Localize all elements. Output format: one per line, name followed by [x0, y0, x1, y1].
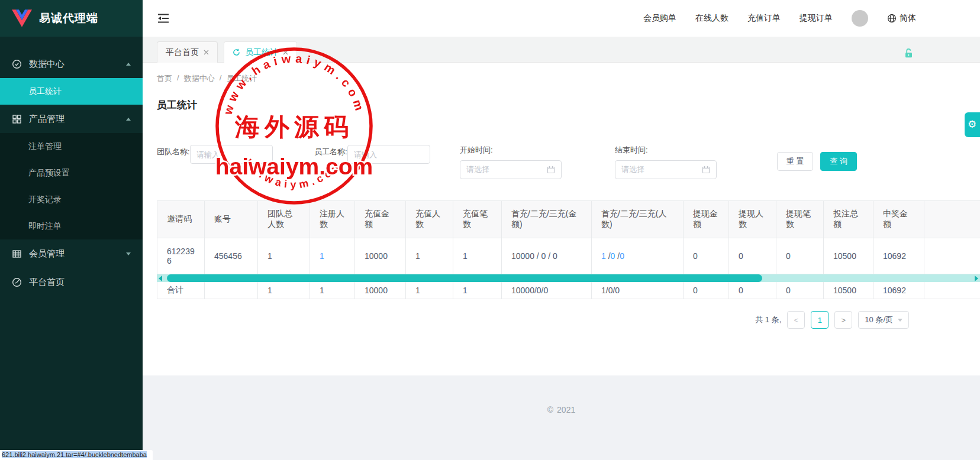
- status-bar-text: 621.bili2.haiwaiym.21.tar=#4/.bucklebned…: [2, 451, 147, 458]
- horizontal-scrollbar[interactable]: [157, 274, 980, 282]
- breadcrumb-data-center[interactable]: 数据中心: [184, 73, 215, 84]
- end-time-placeholder: 请选择: [621, 164, 644, 175]
- employee-stats-table: 邀请码账号团队总人数注册人数充值金额充值人数充值笔数首充/二充/三充(金额)首充…: [157, 200, 980, 299]
- filler-cell: [924, 238, 980, 274]
- language-label: 简体: [900, 13, 916, 24]
- tab-platform-home[interactable]: 平台首页: [157, 41, 218, 63]
- chevron-up-icon: [126, 63, 131, 66]
- filler-cell: [924, 282, 980, 299]
- table-cell: 10000/0/0: [502, 282, 592, 299]
- table-cell: 10692: [873, 238, 924, 274]
- table-cell: 1: [453, 238, 502, 274]
- column-header: 账号: [205, 201, 258, 238]
- table-cell: 10000: [355, 282, 406, 299]
- submenu-data-center: 员工统计: [0, 78, 143, 105]
- table-cell: 10000 / 0 / 0: [502, 238, 592, 274]
- page-size-value: 10 条/页: [865, 315, 893, 325]
- column-header: 充值笔数: [453, 201, 502, 238]
- avatar[interactable]: [852, 10, 868, 27]
- submenu-product-management: 注单管理 产品预设置 开奖记录 即时注单: [0, 133, 143, 239]
- employee-name-group: 员工名称:: [314, 145, 430, 164]
- table-cell: 1: [310, 282, 355, 299]
- copyright-icon: ©: [547, 405, 553, 414]
- prev-page-button[interactable]: <: [787, 311, 805, 329]
- next-page-button[interactable]: >: [834, 311, 852, 329]
- breadcrumb-home[interactable]: 首页: [157, 73, 172, 84]
- app-logo-icon: [12, 9, 32, 27]
- sidebar-item-employee-stats[interactable]: 员工统计: [0, 78, 143, 105]
- chevron-up-icon: [126, 118, 131, 121]
- reset-button[interactable]: 重 置: [777, 152, 814, 171]
- table-cell: 456456: [205, 238, 258, 274]
- table-cell: 1: [310, 238, 355, 274]
- start-time-label: 开始时间:: [460, 145, 562, 156]
- sidebar-item-label: 产品管理: [29, 114, 65, 125]
- sidebar-item-bet-orders[interactable]: 注单管理: [0, 133, 143, 160]
- chevron-down-icon: [898, 319, 902, 322]
- search-button[interactable]: 查 询: [820, 152, 857, 171]
- sidebar-item-data-center[interactable]: 数据中心: [0, 50, 143, 78]
- globe-icon: [887, 14, 897, 23]
- sidebar-item-member-management[interactable]: 会员管理: [0, 239, 143, 268]
- scroll-left-icon[interactable]: [159, 276, 162, 281]
- copyright-year: 2021: [557, 405, 575, 414]
- nav-link-withdraw-orders[interactable]: 提现订单: [800, 13, 833, 24]
- sidebar: 易诚代理端 数据中心 员工统计 产品管理 注单管理 产品: [0, 0, 143, 460]
- column-header: 充值人数: [406, 201, 453, 238]
- table-cell: 合计: [157, 282, 205, 299]
- cell-link[interactable]: 0: [620, 251, 624, 261]
- dashboard-icon: [12, 277, 22, 287]
- table-cell: 1: [406, 282, 453, 299]
- cell-link[interactable]: 1: [320, 251, 324, 261]
- column-header: 投注总额: [824, 201, 873, 238]
- app-logo-area: 易诚代理端: [0, 0, 143, 37]
- pagination-total: 共 1 条,: [755, 315, 781, 325]
- sidebar-item-platform-home[interactable]: 平台首页: [0, 268, 143, 296]
- table-cell: [205, 282, 258, 299]
- app-title: 易诚代理端: [39, 11, 98, 26]
- table-cell: 10500: [824, 238, 873, 274]
- nav-link-online-users[interactable]: 在线人数: [695, 13, 728, 24]
- team-name-group: 团队名称:: [157, 145, 273, 164]
- cell-text: /: [606, 251, 611, 261]
- sidebar-item-label: 即时注单: [28, 221, 62, 232]
- page-number-button[interactable]: 1: [811, 311, 829, 329]
- scroll-right-icon[interactable]: [975, 276, 978, 281]
- start-time-picker[interactable]: 请选择: [460, 160, 562, 179]
- nav-link-member-orders[interactable]: 会员购单: [643, 13, 676, 24]
- breadcrumb-separator: /: [177, 73, 179, 84]
- breadcrumb-separator: /: [220, 73, 222, 84]
- unlock-icon[interactable]: [904, 48, 914, 59]
- gear-icon[interactable]: ⚙: [965, 112, 980, 137]
- language-switcher[interactable]: 简体: [887, 13, 916, 24]
- sidebar-item-label: 员工统计: [28, 86, 62, 97]
- table-total-row: 合计 11100001110000/0/01/0/00001050010692: [157, 282, 980, 299]
- page-size-select[interactable]: 10 条/页: [858, 311, 909, 329]
- tab-employee-stats[interactable]: 员工统计: [224, 41, 297, 63]
- end-time-picker[interactable]: 请选择: [615, 160, 717, 179]
- calendar-icon: [547, 166, 555, 174]
- cell-link[interactable]: 1: [601, 251, 606, 261]
- sidebar-item-label: 开奖记录: [28, 195, 62, 205]
- scrollbar-thumb[interactable]: [167, 274, 762, 282]
- close-icon[interactable]: [204, 50, 209, 55]
- table-cell: 1: [258, 282, 310, 299]
- sidebar-item-realtime-orders[interactable]: 即时注单: [0, 213, 143, 239]
- close-icon[interactable]: [283, 50, 288, 55]
- sidebar-item-label: 数据中心: [29, 59, 65, 70]
- team-name-label: 团队名称:: [157, 145, 190, 164]
- table-header-row: 邀请码账号团队总人数注册人数充值金额充值人数充值笔数首充/二充/三充(金额)首充…: [157, 201, 980, 238]
- refresh-icon[interactable]: [233, 48, 240, 56]
- team-name-input[interactable]: [190, 145, 273, 164]
- collapse-menu-icon[interactable]: [157, 12, 170, 24]
- page-title: 员工统计: [157, 98, 980, 112]
- sidebar-item-product-management[interactable]: 产品管理: [0, 105, 143, 133]
- sidebar-item-product-preset[interactable]: 产品预设置: [0, 160, 143, 186]
- tab-label: 平台首页: [166, 47, 199, 58]
- table-cell: 0: [776, 238, 824, 274]
- cell-text: /: [615, 251, 620, 261]
- sidebar-item-lottery-records[interactable]: 开奖记录: [0, 186, 143, 213]
- table-cell: 1: [453, 282, 502, 299]
- employee-name-input[interactable]: [347, 145, 430, 164]
- nav-link-recharge-orders[interactable]: 充值订单: [747, 13, 781, 24]
